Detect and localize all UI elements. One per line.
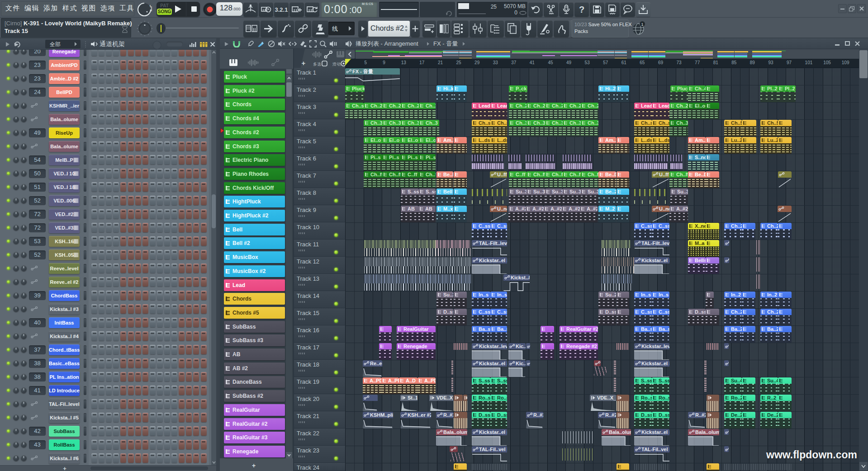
svg-text:1: 1 [641, 22, 643, 27]
svg-text:?: ? [579, 5, 584, 14]
